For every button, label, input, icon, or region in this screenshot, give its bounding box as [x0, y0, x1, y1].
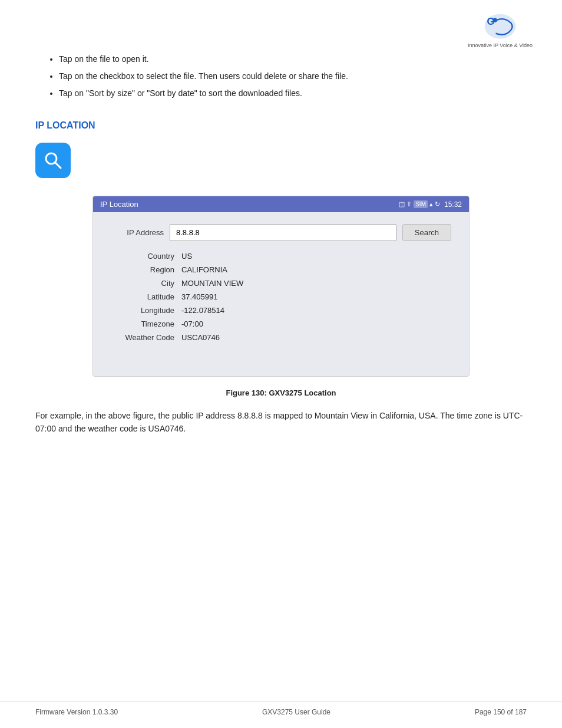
bullet-list: Tap on the file to open it. Tap on the c…	[47, 53, 527, 100]
figure-caption: Figure 130: GXV3275 Location	[35, 388, 527, 397]
logo-area: G Innovative IP Voice & Video	[462, 12, 538, 48]
city-label: City	[111, 279, 181, 288]
list-item: Tap on "Sort by size" or "Sort by date" …	[59, 87, 527, 100]
svg-line-4	[55, 163, 61, 168]
panel-header: IP Location ◫ ⇧ SIM ▴ ↻ 15:32	[93, 196, 469, 212]
list-item: Tap on the checkbox to select the file. …	[59, 70, 527, 83]
region-value: CALIFORNIA	[181, 265, 227, 274]
logo-tagline: Innovative IP Voice & Video	[468, 42, 533, 48]
longitude-value: -122.078514	[181, 306, 224, 315]
panel-content: IP Address Search Country US Region CALI…	[93, 212, 469, 376]
timezone-row: Timezone -07:00	[111, 319, 451, 328]
latitude-row: Latitude 37.405991	[111, 292, 451, 301]
upload-icon: ⇧	[406, 200, 412, 208]
section-heading: IP LOCATION	[35, 120, 527, 131]
ip-location-app-icon[interactable]	[35, 143, 71, 178]
footer-center: GXV3275 User Guide	[262, 708, 330, 716]
grandstream-logo-icon: G	[482, 12, 518, 41]
weather-code-row: Weather Code USCA0746	[111, 333, 451, 342]
country-label: Country	[111, 252, 181, 261]
status-time: 15:32	[444, 200, 462, 209]
weather-code-label: Weather Code	[111, 333, 181, 342]
longitude-label: Longitude	[111, 306, 181, 315]
country-value: US	[181, 252, 192, 261]
app-icon-area	[35, 143, 527, 178]
longitude-row: Longitude -122.078514	[111, 306, 451, 315]
region-row: Region CALIFORNIA	[111, 265, 451, 274]
body-paragraph: For example, in the above figure, the pu…	[35, 409, 527, 436]
ip-address-label: IP Address	[111, 228, 164, 237]
svg-point-2	[492, 18, 497, 22]
latitude-label: Latitude	[111, 292, 181, 301]
weather-code-value: USCA0746	[181, 333, 220, 342]
timezone-label: Timezone	[111, 319, 181, 328]
latitude-value: 37.405991	[181, 292, 217, 301]
region-label: Region	[111, 265, 181, 274]
search-button[interactable]: Search	[402, 224, 451, 241]
status-bar-icons: ◫ ⇧ SIM ▴ ↻ 15:32	[399, 200, 462, 209]
footer-right: Page 150 of 187	[475, 708, 527, 716]
wifi-icon: ▴	[429, 200, 433, 208]
ip-address-row: IP Address Search	[111, 224, 451, 241]
screenshot-panel: IP Location ◫ ⇧ SIM ▴ ↻ 15:32 IP Address…	[92, 196, 470, 377]
country-row: Country US	[111, 252, 451, 261]
info-table: Country US Region CALIFORNIA City MOUNTA…	[111, 252, 451, 342]
screenshot-icon: ◫	[399, 200, 405, 208]
sim-icon: SIM	[414, 200, 428, 208]
page-footer: Firmware Version 1.0.3.30 GXV3275 User G…	[0, 701, 562, 716]
panel-title: IP Location	[100, 200, 138, 209]
list-item: Tap on the file to open it.	[59, 53, 527, 65]
footer-left: Firmware Version 1.0.3.30	[35, 708, 118, 716]
ip-address-input[interactable]	[170, 224, 396, 241]
refresh-icon: ↻	[435, 200, 440, 208]
search-icon	[42, 150, 64, 171]
page: G Innovative IP Voice & Video Tap on the…	[0, 0, 562, 728]
city-value: MOUNTAIN VIEW	[181, 279, 243, 288]
city-row: City MOUNTAIN VIEW	[111, 279, 451, 288]
timezone-value: -07:00	[181, 319, 203, 328]
